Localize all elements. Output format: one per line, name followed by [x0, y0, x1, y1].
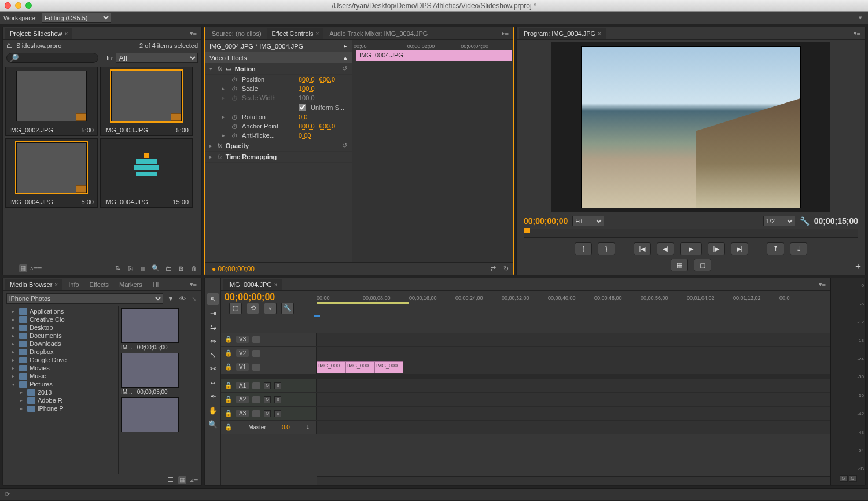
tree-node[interactable]: ▸Documents	[4, 331, 117, 340]
rate-stretch-tool[interactable]: ⤡	[207, 349, 219, 360]
sync-lock-icon[interactable]	[252, 396, 260, 403]
sync-lock-icon[interactable]	[252, 336, 260, 343]
stopwatch-icon[interactable]: ⏱	[231, 114, 237, 120]
lock-icon[interactable]: 🔒	[225, 410, 233, 417]
razor-tool[interactable]: ✂	[207, 363, 219, 374]
project-tab[interactable]: Project: Slideshow×	[5, 28, 72, 39]
go-to-out-button[interactable]: ▶|	[731, 242, 748, 255]
media-source-select[interactable]: iPhone Photos	[6, 293, 163, 304]
settings-button[interactable]: 🔧	[281, 303, 294, 314]
audio-mixer-tab[interactable]: Audio Track Mixer: IMG_0004.JPG	[325, 28, 432, 39]
auto-icon[interactable]: ⎘	[126, 264, 134, 272]
zoom-tool[interactable]: 🔍	[207, 418, 219, 430]
rolling-tool[interactable]: ⇔	[207, 335, 219, 347]
lock-icon[interactable]: 🔒	[225, 336, 233, 343]
close-icon[interactable]: ×	[65, 31, 68, 37]
tree-node[interactable]: ▸Google Drive	[4, 356, 117, 364]
tree-node[interactable]: ▸Movies	[4, 364, 117, 372]
media-item[interactable]: IM... 00;00;05;00	[121, 308, 199, 351]
step-back-button[interactable]: ◀|	[657, 242, 674, 255]
snap-button[interactable]: ⬚	[229, 303, 242, 314]
slip-tool[interactable]: ↔	[207, 377, 219, 388]
export-frame-button[interactable]: ▦	[671, 259, 688, 271]
solo-button[interactable]: S	[274, 396, 281, 403]
ingest-icon[interactable]: ↘	[190, 294, 198, 303]
fx-badge[interactable]: fx	[218, 65, 222, 72]
marker-button[interactable]: ▿	[264, 303, 277, 314]
toggle-icon[interactable]: ⇄	[489, 265, 497, 273]
lock-icon[interactable]: 🔒	[225, 349, 233, 357]
mute-button[interactable]: M	[264, 396, 271, 403]
close-icon[interactable]: ×	[316, 31, 319, 37]
disclosure-icon[interactable]: ▸	[222, 86, 227, 91]
stopwatch-icon[interactable]: ⏱	[231, 123, 237, 129]
sync-lock-icon[interactable]	[252, 382, 260, 389]
project-bin-item[interactable]: IMG_0004.JPG5;00	[5, 138, 98, 208]
media-item[interactable]	[121, 397, 199, 440]
add-button-icon[interactable]: ＋	[854, 260, 863, 272]
minimize-window-button[interactable]	[15, 2, 21, 9]
eye-icon[interactable]: 👁	[178, 294, 186, 303]
find-icon[interactable]: ııı	[139, 264, 147, 272]
tree-node[interactable]: ▸Desktop	[4, 323, 117, 331]
mute-button[interactable]: M	[264, 382, 271, 389]
list-view-icon[interactable]: ☰	[6, 264, 14, 272]
position-x[interactable]: 800.0	[299, 76, 315, 83]
track-label[interactable]: V1	[236, 363, 249, 371]
track-label[interactable]: A1	[236, 382, 249, 389]
program-viewport[interactable]	[551, 42, 830, 212]
ec-playhead[interactable]	[356, 40, 356, 262]
trash-icon[interactable]: 🗑	[190, 264, 198, 272]
flicker-value[interactable]: 0.00	[299, 132, 311, 139]
solo-button[interactable]: S	[274, 382, 281, 389]
zoom-fit-select[interactable]: Fit	[572, 216, 604, 226]
track-label[interactable]: A2	[236, 396, 249, 403]
lift-button[interactable]: ⤒	[767, 242, 784, 255]
project-bin-item[interactable]: IMG_0002.JPG5;00	[5, 67, 98, 136]
track-select-tool[interactable]: ⇥	[207, 307, 219, 319]
mark-in-button[interactable]: {	[575, 242, 592, 255]
panel-menu-icon[interactable]: ▾≡	[187, 281, 199, 288]
stopwatch-icon[interactable]: ⏱	[231, 86, 237, 91]
list-view-icon[interactable]: ☰	[167, 476, 175, 484]
settings-icon[interactable]: 🔧	[800, 216, 810, 226]
comparison-button[interactable]: ▢	[694, 259, 711, 271]
new-bin-icon[interactable]: 🗀	[164, 264, 172, 272]
tree-node[interactable]: ▸Music	[4, 372, 117, 380]
thumb-view-icon[interactable]: ▦	[178, 476, 186, 484]
disclosure-icon[interactable]: ▸	[209, 143, 214, 149]
extract-button[interactable]: ⤓	[790, 242, 807, 255]
sort-icon[interactable]: ⇅	[113, 264, 122, 272]
close-icon[interactable]: ×	[598, 31, 601, 37]
filter-icon[interactable]: ▼	[167, 294, 175, 303]
tree-node[interactable]: ▸iPhone P	[4, 404, 117, 412]
source-tab[interactable]: Source: (no clips)	[207, 28, 266, 39]
master-volume[interactable]: 0.0	[282, 424, 290, 430]
timeline-clip[interactable]: IMG_000	[317, 361, 345, 373]
ripple-tool[interactable]: ⇆	[207, 321, 219, 333]
panel-menu-icon[interactable]: ▾≡	[187, 30, 199, 37]
in-select[interactable]: All	[116, 53, 198, 63]
anchor-y[interactable]: 600.0	[319, 123, 336, 130]
track-label[interactable]: V2	[236, 349, 249, 357]
lock-icon[interactable]: 🔒	[225, 382, 233, 389]
solo-left-button[interactable]: S	[840, 475, 848, 482]
mark-out-button[interactable]: }	[598, 242, 615, 255]
tree-node[interactable]: ▸Creative Clo	[4, 315, 117, 323]
timeline-timecode[interactable]: 00;00;00;00	[225, 292, 313, 303]
disclosure-icon[interactable]: ▸	[209, 154, 214, 160]
zoom-slider[interactable]: ▵━━	[32, 264, 40, 272]
reset-icon[interactable]: ↺	[342, 142, 347, 149]
new-item-icon[interactable]: 🗎	[177, 264, 185, 272]
program-tab[interactable]: Program: IMG_0004.JPG×	[519, 28, 606, 39]
anchor-x[interactable]: 800.0	[299, 123, 315, 130]
tree-node[interactable]: ▸Applications	[4, 307, 117, 315]
play-button[interactable]: ▶	[680, 242, 702, 255]
sync-lock-icon[interactable]	[252, 350, 260, 357]
step-forward-button[interactable]: |▶	[708, 242, 725, 255]
timeline-clip[interactable]: IMG_000	[345, 361, 374, 373]
effect-controls-tab[interactable]: Effect Controls×	[267, 28, 324, 39]
program-tc-left[interactable]: 00;00;00;00	[524, 216, 568, 226]
mb-tab[interactable]: Media Browser×	[5, 279, 62, 290]
uniform-scale-checkbox[interactable]	[299, 104, 306, 111]
